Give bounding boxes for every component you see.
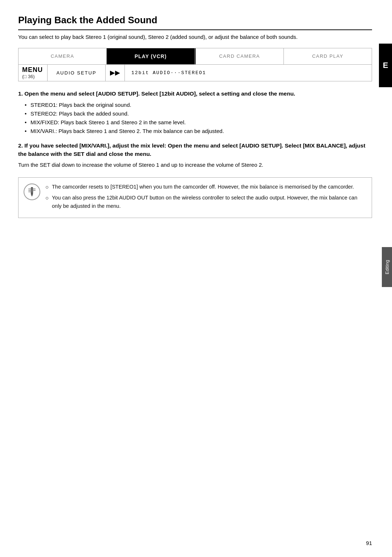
menu-word: MENU xyxy=(22,66,43,74)
svg-rect-4 xyxy=(28,190,36,191)
menu-label-cell: MENU (□ 36) xyxy=(19,65,48,81)
note-box: ○ The camcorder resets to [STEREO1] when… xyxy=(18,177,372,218)
arrow-cell: ▶▶ xyxy=(106,65,125,81)
page-title: Playing Back the Added Sound xyxy=(18,15,372,30)
tab-e: E xyxy=(379,44,392,87)
svg-marker-2 xyxy=(31,194,33,197)
tab-camera[interactable]: CAMERA xyxy=(19,48,107,64)
menu-ref: (□ 36) xyxy=(22,74,35,79)
step-2: 2. If you have selected [MIX/VARI.], adj… xyxy=(18,141,372,169)
tab-card-camera[interactable]: CARD CAMERA xyxy=(196,48,284,64)
tab-editing: Editing xyxy=(382,247,392,287)
step-1: 1. Open the menu and select [AUDIO SETUP… xyxy=(18,89,372,136)
tab-play-vcr[interactable]: PLAY (VCR) xyxy=(107,48,195,64)
svg-rect-3 xyxy=(28,189,36,189)
pencil-icon xyxy=(24,183,40,200)
audio-setup-cell: AUDIO SETUP xyxy=(48,65,106,81)
bullet-stereo1: STEREO1: Plays back the original sound. xyxy=(25,101,372,109)
page-container: E Editing Playing Back the Added Sound Y… xyxy=(0,0,392,557)
main-content: Playing Back the Added Sound You can sel… xyxy=(18,15,372,542)
mode-tabs-bar: CAMERA PLAY (VCR) CARD CAMERA CARD PLAY xyxy=(18,48,372,65)
bullet-mix-fixed: MIX/FIXED: Plays back Stereo 1 and Stere… xyxy=(25,118,372,127)
tab-card-play[interactable]: CARD PLAY xyxy=(284,48,372,64)
svg-rect-5 xyxy=(28,191,33,192)
step-2-subtext: Turn the SET dial down to increase the v… xyxy=(18,161,372,169)
audio-value-cell: 12bit AUDIO···STEREO1 xyxy=(125,65,213,81)
bullet-mix-vari: MIX/VARI.: Plays back Stereo 1 and Stere… xyxy=(25,127,372,136)
intro-text: You can select to play back Stereo 1 (or… xyxy=(18,33,372,41)
step-1-heading: 1. Open the menu and select [AUDIO SETUP… xyxy=(18,89,372,98)
note-text: ○ The camcorder resets to [STEREO1] when… xyxy=(45,183,365,213)
page-number: 91 xyxy=(366,540,372,546)
note-icon xyxy=(24,183,40,200)
note-bullet-2: ○ xyxy=(45,194,52,210)
note-bullet-1: ○ xyxy=(45,183,52,191)
step-1-bullets: STEREO1: Plays back the original sound. … xyxy=(18,101,372,136)
bullet-stereo2: STEREO2: Plays back the added sound. xyxy=(25,109,372,118)
menu-row: MENU (□ 36) AUDIO SETUP ▶▶ 12bit AUDIO··… xyxy=(18,65,372,81)
note-line-1: ○ The camcorder resets to [STEREO1] when… xyxy=(45,183,365,191)
step-2-heading: 2. If you have selected [MIX/VARI.], adj… xyxy=(18,141,372,158)
note-line-2: ○ You can also press the 12bit AUDIO OUT… xyxy=(45,194,365,210)
steps-list: 1. Open the menu and select [AUDIO SETUP… xyxy=(18,89,372,169)
